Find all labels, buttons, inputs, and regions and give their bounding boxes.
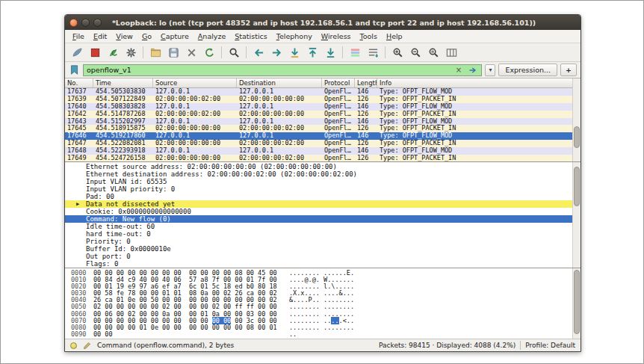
packet-detail-scrollbar[interactable]	[572, 162, 580, 268]
expander-icon[interactable]: ▶	[76, 200, 79, 208]
reload-icon[interactable]	[201, 45, 217, 61]
packet-cell-info: Type: OFPT_PACKET_IN	[377, 96, 580, 103]
hex-row[interactable]: 008000 00 00 00 01 0e 00 00 00 00 00 00 …	[71, 324, 580, 331]
filter-bookmark-icon[interactable]	[69, 64, 80, 75]
detail-line[interactable]: Idle time-out: 60	[65, 223, 580, 230]
restart-capture-icon[interactable]	[105, 45, 121, 61]
zoom-in-icon[interactable]	[389, 45, 406, 61]
menu-statistics[interactable]: Statistics	[230, 31, 271, 42]
capture-comment-icon[interactable]	[81, 340, 93, 351]
capture-options-icon[interactable]	[123, 45, 139, 61]
column-header-time[interactable]: Time	[93, 78, 153, 87]
detail-line-text: Data not dissected yet	[86, 200, 175, 208]
profile-text[interactable]: Profile: Default	[525, 342, 575, 349]
column-header-source[interactable]: Source	[153, 78, 237, 87]
menu-view[interactable]: View	[111, 31, 137, 42]
hex-offset: 0090	[71, 331, 93, 338]
display-filter-input[interactable]: openflow_v1 ×	[83, 64, 482, 76]
start-capture-icon[interactable]	[69, 45, 85, 61]
packet-cell-info: Type: OFPT_PACKET_IN	[377, 140, 580, 147]
save-file-icon[interactable]	[165, 45, 182, 61]
zoom-out-icon[interactable]	[407, 45, 424, 61]
detail-line[interactable]: Ethernet source address: 02:00:00:00:00:…	[65, 163, 580, 170]
detail-line[interactable]: Input VLAN id: 65535	[65, 178, 580, 185]
filter-value: openflow_v1	[87, 66, 131, 74]
detail-line[interactable]: Command: New flow (0)	[65, 215, 580, 223]
titlebar[interactable]: *Loopback: lo (not (tcp port 48352 and i…	[65, 15, 580, 30]
packet-list-scrollbar[interactable]	[572, 78, 580, 161]
auto-scroll-icon[interactable]	[365, 45, 381, 61]
goto-packet-icon[interactable]	[286, 45, 303, 61]
menu-wireless[interactable]: Wireless	[317, 31, 356, 42]
menu-tools[interactable]: Tools	[356, 31, 382, 42]
packet-row[interactable]: 17640454.508303828127.0.0.1127.0.0.1Open…	[65, 103, 580, 111]
toolbar-separator	[385, 46, 386, 58]
detail-line[interactable]: Input VLAN priority: 0	[65, 185, 580, 193]
menu-file[interactable]: File	[68, 31, 89, 42]
column-header-length[interactable]: Length	[355, 78, 377, 87]
open-file-icon[interactable]	[147, 45, 164, 61]
packet-row[interactable]: 17637454.505303830127.0.0.1127.0.0.1Open…	[65, 88, 580, 96]
column-header-no[interactable]: No.	[65, 78, 93, 87]
find-icon[interactable]	[226, 45, 242, 61]
menu-telephony[interactable]: Telephony	[272, 31, 317, 42]
detail-line[interactable]: hard time-out: 0	[65, 230, 580, 238]
menu-capture[interactable]: Capture	[156, 31, 193, 42]
packet-cell-proto: OpenFl…	[322, 111, 355, 118]
packet-row[interactable]: 17647454.52208208102:00:00:00:00:0002:00…	[65, 140, 580, 147]
colorize-icon[interactable]	[347, 45, 363, 61]
clear-filter-icon[interactable]: ×	[453, 64, 464, 75]
packet-cell-time: 454.515202997	[93, 118, 153, 126]
forward-icon[interactable]	[268, 45, 285, 61]
detail-line[interactable]: Out port: 0	[65, 253, 580, 260]
packet-row[interactable]: 17646454.519217860127.0.0.1127.0.0.1Open…	[65, 132, 580, 140]
packet-row[interactable]: 17642454.51478726802:00:00:00:02:0002:00…	[65, 111, 580, 118]
maximize-window-button[interactable]	[93, 19, 102, 27]
scrollbar-thumb[interactable]	[574, 270, 580, 334]
menu-analyze[interactable]: Analyze	[193, 31, 230, 42]
go-to-bottom-icon[interactable]	[322, 45, 338, 61]
scrollbar-thumb[interactable]	[574, 167, 580, 207]
apply-filter-icon[interactable]	[467, 64, 478, 75]
minimize-window-button[interactable]	[81, 19, 90, 27]
filter-dropdown-icon[interactable]: ▾	[485, 64, 495, 76]
detail-line[interactable]: Cookie: 0x0000000000000000	[65, 208, 580, 215]
column-header-info[interactable]: Info	[377, 78, 580, 87]
menu-go[interactable]: Go	[137, 31, 156, 42]
detail-line[interactable]: Priority: 0	[65, 238, 580, 245]
close-window-button[interactable]	[69, 19, 78, 27]
packet-row[interactable]: 17639454.50712284902:00:00:00:02:0002:00…	[65, 96, 580, 103]
status-bar: Command (openflow.command), 2 bytes Pack…	[65, 339, 580, 351]
expert-info-icon[interactable]	[70, 342, 77, 349]
detail-line[interactable]: Ethernet destination address: 02:00:00:0…	[65, 170, 580, 178]
packet-row[interactable]: 17649454.52472615802:00:00:00:00:0002:00…	[65, 155, 580, 162]
detail-line[interactable]: ▶Data not dissected yet	[65, 200, 580, 208]
add-filter-button[interactable]: +	[560, 64, 577, 76]
detail-line[interactable]: Flags: 0	[65, 260, 580, 268]
go-to-top-icon[interactable]	[304, 45, 321, 61]
detail-line-text: Ethernet destination address: 02:00:00:0…	[86, 170, 357, 178]
resize-columns-icon[interactable]	[443, 45, 459, 61]
menu-edit[interactable]: Edit	[89, 31, 111, 42]
scrollbar-thumb[interactable]	[574, 126, 580, 148]
menu-help[interactable]: Help	[382, 31, 407, 42]
hex-row[interactable]: 009000 00..	[71, 331, 580, 338]
packet-cell-dst: 02:00:00:00:02:00	[237, 155, 322, 162]
packet-cell-no: 17640	[65, 103, 93, 111]
detail-line[interactable]: Buffer Id: 0x0000010e	[65, 245, 580, 253]
packet-row[interactable]: 17648454.522393918127.0.0.1127.0.0.1Open…	[65, 147, 580, 155]
column-header-destination[interactable]: Destination	[237, 78, 322, 87]
close-file-icon[interactable]	[183, 45, 199, 61]
packet-cell-info: Type: OFPT_PACKET_IN	[377, 111, 580, 118]
packet-cell-time: 454.522082081	[93, 140, 153, 147]
hex-dump-scrollbar[interactable]	[572, 268, 580, 339]
back-icon[interactable]	[250, 45, 267, 61]
packet-cell-time: 454.519217860	[93, 132, 153, 140]
packet-row[interactable]: 17645454.51891587502:00:00:00:00:0002:00…	[65, 125, 580, 132]
column-header-protocol[interactable]: Protocol	[322, 78, 355, 87]
stop-capture-icon[interactable]	[87, 45, 103, 61]
detail-line[interactable]: Pad: 00	[65, 193, 580, 200]
packet-row[interactable]: 17643454.515202997127.0.0.1127.0.0.1Open…	[65, 118, 580, 126]
zoom-original-icon[interactable]	[425, 45, 442, 61]
expression-button[interactable]: Expression...	[498, 64, 557, 76]
